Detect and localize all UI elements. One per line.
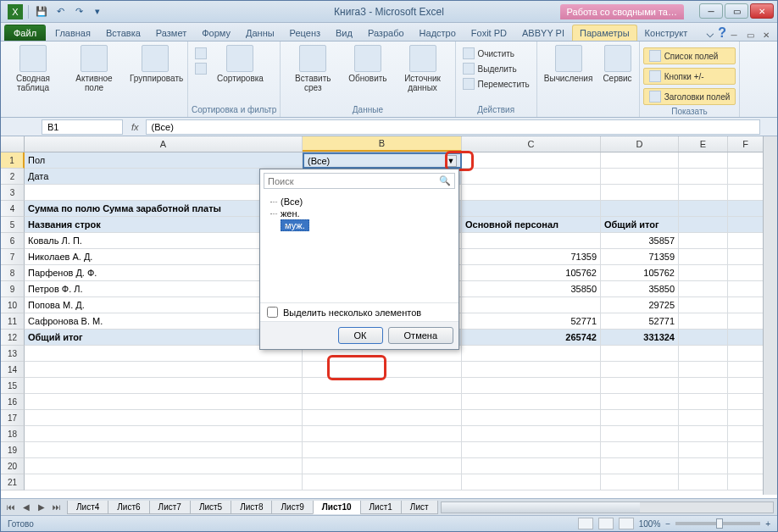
cell-E2[interactable] [679,169,728,185]
row-header-16[interactable]: 16 [1,394,25,410]
sheet-tab-Лист7[interactable]: Лист7 [149,501,191,514]
cell-F1[interactable] [728,152,764,169]
redo-icon[interactable]: ↷ [71,4,86,19]
cell-E11[interactable] [679,313,728,330]
cell-B1[interactable]: (Все)▼ [303,152,462,169]
cell-C4[interactable] [462,201,601,217]
cell-F6[interactable] [728,233,764,249]
select-all-corner[interactable] [1,136,25,152]
column-header-A[interactable]: A [25,136,303,152]
cell-C17[interactable] [462,410,601,426]
headers-toggle[interactable]: Заголовки полей [643,88,736,105]
zoom-slider[interactable] [675,522,760,525]
qat-dropdown-icon[interactable]: ▾ [90,4,105,19]
cell-D11[interactable]: 52771 [601,313,679,330]
cell-F20[interactable] [728,458,764,474]
cell-F10[interactable] [728,297,764,313]
help-icon[interactable]: ? [718,25,726,41]
field-list-toggle[interactable]: Список полей [643,47,736,64]
cell-A19[interactable] [25,442,303,458]
cell-C18[interactable] [462,426,601,442]
insert-slicer-button[interactable]: Вставить срез [284,43,342,94]
cell-C16[interactable] [462,394,601,410]
cell-E6[interactable] [679,233,728,249]
tab-главная[interactable]: Главная [47,25,98,41]
cell-F4[interactable] [728,201,764,217]
row-header-7[interactable]: 7 [1,249,25,265]
zoom-in-button[interactable]: + [765,519,770,529]
cell-F5[interactable] [728,217,764,233]
sheet-tab-Лист4[interactable]: Лист4 [67,501,108,514]
cell-F17[interactable] [728,410,764,426]
cell-F2[interactable] [728,169,764,185]
sheet-tab-Лист[interactable]: Лист [401,501,438,514]
cell-F11[interactable] [728,313,764,330]
sheet-nav-prev[interactable]: ◀ [19,502,33,513]
row-header-15[interactable]: 15 [1,378,25,394]
cell-D20[interactable] [601,458,679,474]
cell-E20[interactable] [679,458,728,474]
row-header-8[interactable]: 8 [1,265,25,281]
data-source-button[interactable]: Источник данных [394,43,452,94]
tab-foxit pd[interactable]: Foxit PD [464,25,514,41]
save-icon[interactable]: 💾 [34,4,49,19]
pivot-table-button[interactable]: Сводная таблица [4,43,62,94]
cell-A20[interactable] [25,458,303,474]
cell-E21[interactable] [679,474,728,490]
row-header-10[interactable]: 10 [1,297,25,313]
cell-C14[interactable] [462,362,601,378]
mdi-minimize[interactable]: ─ [726,29,742,41]
sheet-nav-first[interactable]: ⏮ [4,502,18,513]
cell-F8[interactable] [728,265,764,281]
cancel-button[interactable]: Отмена [388,327,453,344]
cell-E13[interactable] [679,346,728,362]
cell-C9[interactable]: 35850 [462,281,601,297]
cell-E1[interactable] [679,152,728,169]
cell-E16[interactable] [679,394,728,410]
cell-D12[interactable]: 331324 [601,330,679,346]
move-button[interactable]: Переместить [459,77,533,91]
row-header-5[interactable]: 5 [1,217,25,233]
sort-button[interactable]: Сортировка [214,43,267,85]
cell-E4[interactable] [679,201,728,217]
cell-C1[interactable] [462,152,601,169]
cell-F21[interactable] [728,474,764,490]
cell-F7[interactable] [728,249,764,265]
row-header-20[interactable]: 20 [1,458,25,474]
cell-C15[interactable] [462,378,601,394]
cell-E7[interactable] [679,249,728,265]
cell-D13[interactable] [601,346,679,362]
cell-B19[interactable] [303,442,462,458]
column-header-F[interactable]: F [728,136,764,152]
cell-F12[interactable] [728,330,764,346]
cell-E5[interactable] [679,217,728,233]
cell-C6[interactable] [462,233,601,249]
cell-F18[interactable] [728,426,764,442]
cell-D16[interactable] [601,394,679,410]
cell-E19[interactable] [679,442,728,458]
row-header-19[interactable]: 19 [1,442,25,458]
calculations-button[interactable]: Вычисления [541,43,597,85]
cell-C19[interactable] [462,442,601,458]
cell-C5[interactable]: Основной персонал [462,217,601,233]
tab-реценз[interactable]: Реценз [282,25,328,41]
row-header-9[interactable]: 9 [1,281,25,297]
tab-форму[interactable]: Форму [194,25,238,41]
cell-F16[interactable] [728,394,764,410]
cell-A17[interactable] [25,410,303,426]
cell-C8[interactable]: 105762 [462,265,601,281]
row-header-2[interactable]: 2 [1,169,25,185]
cell-D21[interactable] [601,474,679,490]
mdi-restore[interactable]: ▭ [742,29,758,41]
zoom-level[interactable]: 100% [639,519,661,529]
cell-A14[interactable] [25,362,303,378]
name-box[interactable]: B1 [42,119,123,135]
undo-icon[interactable]: ↶ [53,4,68,19]
cell-D10[interactable]: 29725 [601,297,679,313]
row-header-6[interactable]: 6 [1,233,25,249]
cell-A16[interactable] [25,394,303,410]
cell-D4[interactable] [601,201,679,217]
cell-C7[interactable]: 71359 [462,249,601,265]
cell-A15[interactable] [25,378,303,394]
cell-B17[interactable] [303,410,462,426]
